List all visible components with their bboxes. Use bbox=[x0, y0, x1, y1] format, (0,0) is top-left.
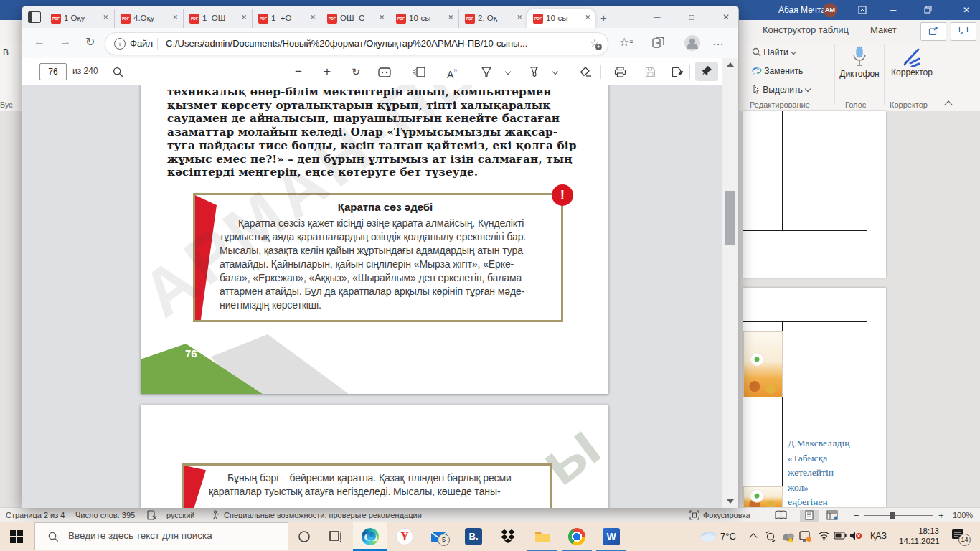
web-layout-icon[interactable] bbox=[826, 510, 838, 520]
language-indicator[interactable]: ҚАЗ bbox=[870, 531, 887, 541]
word-restore-button[interactable] bbox=[915, 0, 940, 20]
browser-tab[interactable]: PDF 4.Оқу ✕ bbox=[114, 9, 182, 28]
taskbar-bitrix-button[interactable]: B. bbox=[456, 522, 491, 551]
edge-maximize-button[interactable]: □ bbox=[675, 6, 708, 28]
tab-close-icon[interactable]: ✕ bbox=[379, 14, 385, 21]
scroll-up-icon[interactable] bbox=[727, 62, 734, 67]
word-close-button[interactable]: ✕ bbox=[954, 0, 979, 20]
dictate-button[interactable]: Диктофон bbox=[839, 46, 880, 79]
collapse-ribbon-button[interactable] bbox=[946, 98, 951, 110]
scroll-down-icon[interactable] bbox=[727, 499, 734, 504]
accessibility-icon[interactable] bbox=[210, 510, 220, 520]
zoom-out-button[interactable]: − bbox=[854, 510, 859, 521]
taskbar-search-input[interactable] bbox=[67, 529, 278, 542]
display-notification-icon[interactable] bbox=[799, 531, 811, 542]
tab-actions-menu-button[interactable] bbox=[28, 11, 41, 23]
zoom-out-icon[interactable]: − bbox=[289, 63, 308, 80]
highlight-dropdown-chevron[interactable] bbox=[545, 63, 563, 80]
print-layout-icon[interactable] bbox=[800, 510, 819, 522]
tab-close-icon[interactable]: ✕ bbox=[172, 14, 178, 21]
taskbar-search[interactable] bbox=[34, 522, 288, 550]
address-url[interactable]: C:/Users/admin/Documents/Новый%20формат/… bbox=[166, 38, 575, 49]
cortana-button[interactable] bbox=[288, 522, 320, 551]
draw-icon[interactable] bbox=[477, 65, 496, 82]
battery-icon[interactable] bbox=[834, 532, 847, 540]
zoom-slider-track[interactable] bbox=[864, 515, 933, 516]
favorites-bar-icon[interactable]: ☆≡ bbox=[619, 35, 633, 49]
task-view-button[interactable] bbox=[320, 522, 352, 551]
volume-muted-icon[interactable] bbox=[849, 531, 862, 541]
wifi-icon[interactable] bbox=[818, 531, 830, 541]
tray-expand-chevron[interactable] bbox=[750, 532, 756, 542]
page-info-icon[interactable]: i bbox=[114, 38, 126, 50]
settings-menu-icon[interactable]: … bbox=[712, 35, 724, 48]
tab-close-icon[interactable]: ✕ bbox=[517, 14, 522, 21]
edge-minimize-button[interactable]: ─ bbox=[641, 6, 674, 28]
status-language[interactable]: русский bbox=[166, 511, 194, 519]
pdf-content-area[interactable]: техникалық өнер-білім мектептерін ашып, … bbox=[22, 85, 722, 508]
print-icon[interactable] bbox=[611, 65, 629, 82]
tab-close-icon[interactable]: ✕ bbox=[103, 14, 108, 21]
pdf-search-icon[interactable] bbox=[108, 65, 127, 82]
taskbar-chrome-button[interactable] bbox=[560, 522, 594, 551]
highlight-icon[interactable] bbox=[524, 65, 543, 82]
word-avatar[interactable]: AM bbox=[823, 3, 837, 17]
onedrive-warning-icon[interactable]: ! bbox=[782, 531, 795, 542]
page-view-icon[interactable] bbox=[410, 65, 428, 82]
find-button[interactable]: Найти bbox=[752, 47, 796, 57]
browser-tab[interactable]: PDF 1_ОШ ✕ bbox=[183, 9, 251, 28]
scrollbar-thumb[interactable] bbox=[725, 191, 735, 245]
reload-icon[interactable]: ↻ bbox=[85, 35, 95, 49]
browser-tab[interactable]: PDF ОШ_С ✕ bbox=[321, 9, 389, 28]
address-bar[interactable]: i Файл C:/Users/admin/Documents/Новый%20… bbox=[105, 32, 608, 55]
status-page-info[interactable]: Страница 2 из 4 bbox=[6, 511, 65, 519]
browser-tab[interactable]: PDF 1 Оқу ✕ bbox=[45, 9, 113, 28]
status-word-count[interactable]: Число слов: 395 bbox=[75, 511, 135, 519]
taskbar-dropbox-button[interactable] bbox=[491, 522, 525, 551]
word-minimize-button[interactable]: ─ bbox=[881, 0, 905, 20]
zoom-level[interactable]: 100% bbox=[953, 511, 973, 519]
editor-button[interactable]: Корректор bbox=[888, 46, 936, 77]
word-account-name[interactable]: Абая Мечта bbox=[778, 5, 826, 15]
browser-tab-active[interactable]: PDF 10-сы ✕ bbox=[527, 9, 595, 28]
start-button[interactable] bbox=[10, 530, 23, 543]
tab-close-icon[interactable]: ✕ bbox=[310, 14, 316, 21]
ribbon-display-options-button[interactable] bbox=[850, 0, 875, 20]
new-tab-button[interactable]: + bbox=[600, 11, 607, 24]
clock[interactable]: 18:13 14.11.2021 bbox=[899, 526, 939, 546]
zoom-in-button[interactable]: + bbox=[938, 510, 944, 521]
taskbar-edge-button[interactable] bbox=[353, 522, 387, 551]
taskbar-mail-button[interactable]: 5 bbox=[422, 522, 456, 551]
profile-avatar[interactable] bbox=[684, 34, 701, 52]
read-mode-icon[interactable] bbox=[775, 510, 787, 520]
back-icon[interactable]: ← bbox=[34, 35, 45, 48]
document-image-thumbnail[interactable] bbox=[743, 486, 783, 509]
erase-icon[interactable] bbox=[576, 65, 595, 82]
status-accessibility[interactable]: Специальные возможности: проверьте реком… bbox=[224, 511, 422, 519]
zoom-slider-thumb[interactable] bbox=[890, 512, 895, 519]
weather-icon[interactable] bbox=[699, 529, 717, 542]
tab-close-icon[interactable]: ✕ bbox=[585, 14, 590, 21]
zoom-in-icon[interactable]: + bbox=[318, 63, 336, 80]
rotate-icon[interactable]: ↻ bbox=[347, 63, 365, 80]
browser-tab[interactable]: PDF 10-сы ✕ bbox=[390, 9, 458, 28]
add-favorite-icon[interactable]: ☆+ bbox=[590, 37, 599, 49]
draw-dropdown-chevron[interactable] bbox=[497, 63, 516, 80]
taskbar-explorer-button[interactable] bbox=[525, 522, 560, 551]
weather-temperature[interactable]: 7°C bbox=[720, 531, 736, 542]
tab-table-design[interactable]: Конструктор таблиц bbox=[763, 24, 849, 35]
document-image-thumbnail[interactable] bbox=[743, 331, 783, 397]
select-button[interactable]: Выделить bbox=[752, 85, 810, 95]
browser-tab[interactable]: PDF 1_+О ✕ bbox=[252, 9, 320, 28]
tab-layout[interactable]: Макет bbox=[870, 24, 897, 35]
proofing-icon[interactable] bbox=[147, 510, 157, 520]
fit-to-width-icon[interactable] bbox=[375, 65, 394, 82]
tab-close-icon[interactable]: ✕ bbox=[241, 14, 247, 21]
replace-button[interactable]: bc Заменить bbox=[752, 66, 803, 76]
forward-icon[interactable]: → bbox=[60, 35, 71, 48]
save-as-icon[interactable] bbox=[668, 65, 687, 82]
focus-mode-button[interactable]: Фокусировка bbox=[703, 511, 750, 519]
read-aloud-icon[interactable]: A⁾⁾ bbox=[443, 63, 461, 80]
pin-toolbar-button[interactable] bbox=[695, 62, 718, 81]
comments-button[interactable] bbox=[951, 22, 976, 41]
